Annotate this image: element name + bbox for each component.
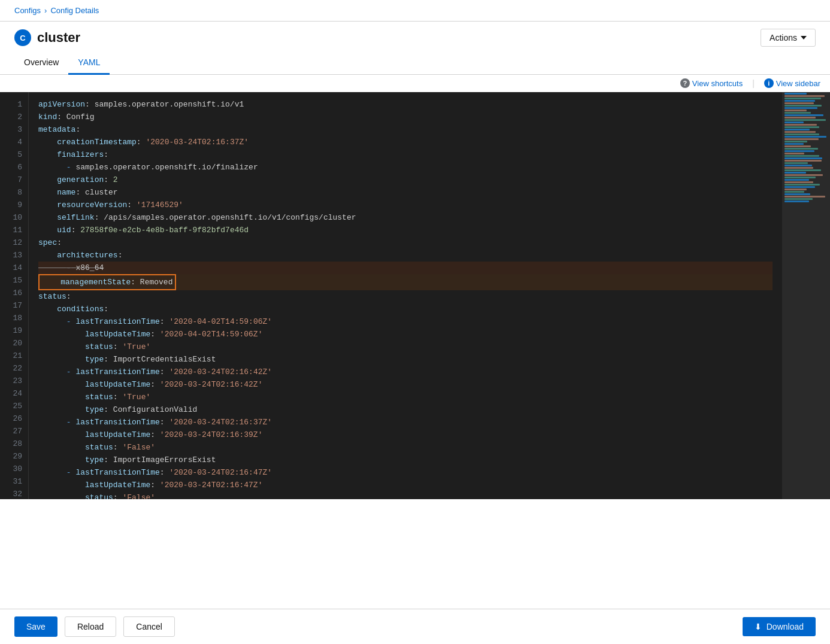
yaml-line-4: creationTimestamp: '2020-03-24T02:16:37Z… xyxy=(38,136,773,148)
yaml-line-10: selfLink: /apis/samples.operator.openshi… xyxy=(38,211,773,224)
line-number-4: 4 xyxy=(0,136,28,148)
yaml-line-27: lastUpdateTime: '2020-03-24T02:16:39Z' xyxy=(38,429,773,441)
line-number-23: 23 xyxy=(0,375,28,387)
minimap-line xyxy=(784,167,813,169)
yaml-line-19: lastUpdateTime: '2020-04-02T14:59:06Z' xyxy=(38,328,773,341)
line-number-15: 15 xyxy=(0,274,28,287)
line-number-2: 2 xyxy=(0,111,28,123)
minimap-line xyxy=(784,155,819,157)
yaml-line-1: apiVersion: samples.operator.openshift.i… xyxy=(38,98,773,111)
yaml-line-18: - lastTransitionTime: '2020-04-02T14:59:… xyxy=(38,315,773,328)
line-numbers: 1234567891011121314151617181920212223242… xyxy=(0,92,29,499)
line-number-8: 8 xyxy=(0,186,28,199)
yaml-line-14: - x86_64 xyxy=(38,262,773,274)
minimap xyxy=(782,92,830,499)
view-shortcuts-label: View shortcuts xyxy=(692,79,743,88)
tabs-bar: Overview YAML xyxy=(0,51,830,75)
yaml-line-9: resourceVersion: '17146529' xyxy=(38,199,773,211)
view-shortcuts-link[interactable]: ? View shortcuts xyxy=(680,78,743,88)
yaml-line-3: metadata: xyxy=(38,123,773,136)
line-number-24: 24 xyxy=(0,387,28,400)
actions-button[interactable]: Actions xyxy=(761,29,816,47)
minimap-line xyxy=(784,162,808,164)
line-number-1: 1 xyxy=(0,98,28,111)
yaml-line-24: status: 'True' xyxy=(38,391,773,403)
view-sidebar-link[interactable]: i View sidebar xyxy=(764,78,820,88)
yaml-line-5: finalizers: xyxy=(38,148,773,161)
minimap-line xyxy=(784,133,819,135)
minimap-line xyxy=(784,157,822,159)
minimap-line xyxy=(784,181,813,183)
minimap-line xyxy=(784,119,826,121)
minimap-line xyxy=(784,126,819,128)
minimap-line xyxy=(784,198,813,200)
minimap-line xyxy=(784,98,821,99)
breadcrumb: Configs › Config Details xyxy=(14,6,99,15)
yaml-line-30: - lastTransitionTime: '2020-03-24T02:16:… xyxy=(38,466,773,479)
info-icon: i xyxy=(764,78,774,88)
yaml-line-7: generation: 2 xyxy=(38,174,773,186)
minimap-line xyxy=(784,191,804,193)
minimap-line xyxy=(784,138,819,140)
minimap-line xyxy=(784,201,809,202)
minimap-line xyxy=(784,172,806,174)
minimap-line xyxy=(784,150,814,152)
line-number-19: 19 xyxy=(0,324,28,337)
minimap-line xyxy=(784,129,810,130)
line-number-21: 21 xyxy=(0,350,28,362)
yaml-line-28: status: 'False' xyxy=(38,441,773,454)
yaml-line-23: lastUpdateTime: '2020-03-24T02:16:42Z' xyxy=(38,378,773,391)
minimap-line xyxy=(784,143,804,145)
yaml-editor[interactable]: 1234567891011121314151617181920212223242… xyxy=(0,92,830,499)
minimap-line xyxy=(784,121,804,123)
question-icon: ? xyxy=(680,78,690,88)
minimap-line xyxy=(784,174,823,176)
minimap-line xyxy=(784,110,807,111)
line-number-17: 17 xyxy=(0,299,28,312)
line-number-32: 32 xyxy=(0,488,28,499)
minimap-line xyxy=(784,112,811,114)
line-number-20: 20 xyxy=(0,337,28,350)
resource-name: cluster xyxy=(37,30,80,45)
resource-icon-text: C xyxy=(20,34,25,42)
minimap-line xyxy=(784,105,822,107)
toolbar-separator: | xyxy=(752,78,755,88)
resource-icon: C xyxy=(14,29,31,46)
yaml-line-13: architectures: xyxy=(38,249,773,262)
minimap-line xyxy=(784,124,817,126)
minimap-line xyxy=(784,169,821,171)
view-sidebar-label: View sidebar xyxy=(776,79,820,88)
breadcrumb-bar: Configs › Config Details xyxy=(0,0,830,22)
breadcrumb-parent[interactable]: Configs xyxy=(14,6,41,15)
line-number-5: 5 xyxy=(0,148,28,161)
breadcrumb-sep: › xyxy=(44,6,47,15)
yaml-line-6: - samples.operator.openshift.io/finalize… xyxy=(38,161,773,174)
minimap-line xyxy=(784,177,816,178)
code-content[interactable]: apiVersion: samples.operator.openshift.i… xyxy=(29,92,782,499)
yaml-line-25: type: ConfigurationValid xyxy=(38,403,773,416)
yaml-line-21: type: ImportCredentialsExist xyxy=(38,353,773,366)
yaml-line-29: type: ImportImageErrorsExist xyxy=(38,454,773,466)
yaml-line-8: name: cluster xyxy=(38,186,773,199)
line-number-25: 25 xyxy=(0,400,28,412)
minimap-line xyxy=(784,95,825,97)
line-number-28: 28 xyxy=(0,438,28,450)
line-number-14: 14 xyxy=(0,262,28,274)
line-number-3: 3 xyxy=(0,123,28,136)
minimap-line xyxy=(784,136,826,138)
minimap-line xyxy=(784,93,807,95)
minimap-line xyxy=(784,189,807,190)
chevron-down-icon xyxy=(801,36,807,40)
tab-yaml[interactable]: YAML xyxy=(68,51,110,75)
yaml-line-11: uid: 27858f0e-e2cb-4e8b-baff-9f82bfd7e46… xyxy=(38,224,773,236)
line-number-27: 27 xyxy=(0,425,28,438)
line-number-30: 30 xyxy=(0,463,28,475)
tab-overview[interactable]: Overview xyxy=(14,51,68,75)
yaml-line-22: - lastTransitionTime: '2020-03-24T02:16:… xyxy=(38,366,773,378)
yaml-line-17: conditions: xyxy=(38,303,773,315)
yaml-line-15: managementState: Removed xyxy=(38,274,773,290)
minimap-line xyxy=(784,184,820,186)
breadcrumb-current: Config Details xyxy=(50,6,99,15)
resource-title: C cluster xyxy=(14,29,80,46)
line-number-31: 31 xyxy=(0,475,28,488)
